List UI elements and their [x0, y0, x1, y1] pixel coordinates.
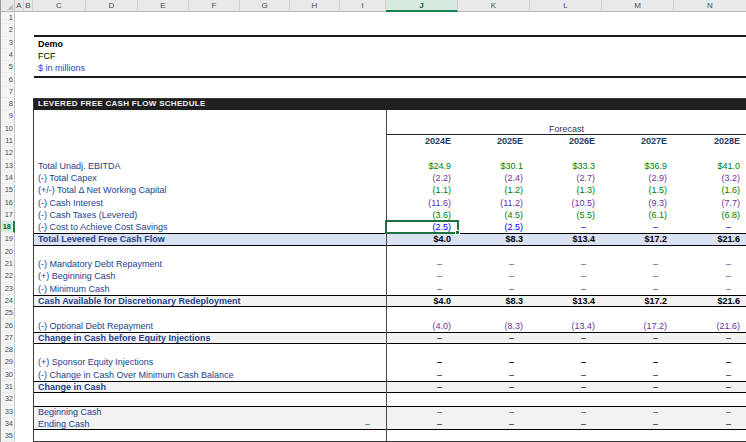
row-label-cell[interactable]: (+) Beginning Cash	[38, 270, 384, 282]
value-cell[interactable]: –	[386, 369, 458, 381]
value-cell[interactable]: $24.9	[386, 160, 458, 172]
year-header-cell[interactable]: 2026E	[530, 135, 602, 147]
value-cell[interactable]: (6.1)	[602, 209, 674, 221]
value-cell[interactable]: –	[530, 283, 602, 295]
value-cell[interactable]: (21.6)	[674, 320, 746, 332]
row-label-cell[interactable]: (-) Optional Debt Repayment	[38, 320, 384, 332]
row-header-31[interactable]: 31	[1, 381, 15, 393]
value-cell[interactable]: –	[674, 369, 746, 381]
value-cell[interactable]: (1.6)	[674, 184, 746, 196]
value-cell[interactable]: $8.3	[458, 233, 530, 245]
row-header-24[interactable]: 24	[1, 295, 15, 307]
value-cell[interactable]: –	[602, 221, 674, 233]
row-label-cell[interactable]: Beginning Cash	[38, 406, 384, 418]
value-cell[interactable]: –	[458, 270, 530, 282]
row-label-cell[interactable]: Ending Cash	[38, 418, 384, 430]
value-cell[interactable]: –	[530, 332, 602, 344]
row-label-cell[interactable]: Change in Cash	[38, 381, 384, 393]
value-cell[interactable]: (2.9)	[602, 172, 674, 184]
value-cell[interactable]: $4.0	[386, 295, 458, 307]
value-cell[interactable]: –	[458, 258, 530, 270]
year-header-cell[interactable]: 2027E	[602, 135, 674, 147]
value-cell[interactable]: –	[530, 270, 602, 282]
row-label-cell[interactable]: (-) Cash Taxes (Levered)	[38, 209, 384, 221]
value-cell[interactable]: –	[530, 356, 602, 368]
value-cell[interactable]: –	[386, 270, 458, 282]
value-cell[interactable]: (3.6)	[386, 209, 458, 221]
value-cell[interactable]: –	[602, 381, 674, 393]
value-cell[interactable]: –	[458, 369, 530, 381]
year-header-cell[interactable]: 2024E	[386, 135, 458, 147]
row-label-cell[interactable]: Cash Available for Discretionary Redeplo…	[38, 295, 384, 307]
row-header-21[interactable]: 21	[1, 258, 15, 270]
row-header-18[interactable]: 18	[1, 221, 15, 233]
value-cell[interactable]: (8.3)	[458, 320, 530, 332]
value-cell[interactable]: (1.3)	[530, 184, 602, 196]
row-header-19[interactable]: 19	[1, 233, 15, 245]
row-header-3[interactable]: 3	[1, 37, 15, 49]
company-name-cell[interactable]: Demo	[34, 38, 746, 50]
row-header-13[interactable]: 13	[1, 160, 15, 172]
column-header-B[interactable]: B	[24, 0, 33, 12]
column-header-I[interactable]: I	[340, 0, 386, 12]
row-header-35[interactable]: 35	[1, 430, 15, 442]
value-cell[interactable]: (1.2)	[458, 184, 530, 196]
row-label-cell[interactable]: Total Unadj. EBITDA	[38, 160, 384, 172]
value-cell[interactable]: $13.4	[530, 295, 602, 307]
value-cell[interactable]: $21.6	[674, 295, 746, 307]
year-header-cell[interactable]: 2025E	[458, 135, 530, 147]
value-cell[interactable]: –	[386, 283, 458, 295]
value-cell[interactable]: (11.2)	[458, 197, 530, 209]
row-label-cell[interactable]: (-) Mandatory Debt Repayment	[38, 258, 384, 270]
value-cell[interactable]: $36.9	[602, 160, 674, 172]
value-cell[interactable]: –	[458, 406, 530, 418]
value-cell[interactable]: –	[386, 332, 458, 344]
column-header-N[interactable]: N	[674, 0, 746, 12]
year-header-cell[interactable]: 2028E	[674, 135, 746, 147]
value-cell[interactable]: $41.0	[674, 160, 746, 172]
row-header-17[interactable]: 17	[1, 209, 15, 221]
column-header-A[interactable]: A	[15, 0, 24, 12]
column-header-G[interactable]: G	[240, 0, 290, 12]
section-header-bar[interactable]: LEVERED FREE CASH FLOW SCHEDULE	[34, 98, 746, 110]
value-cell[interactable]: –	[602, 418, 674, 430]
row-header-11[interactable]: 11	[1, 135, 15, 147]
value-cell[interactable]: –	[530, 406, 602, 418]
row-header-34[interactable]: 34	[1, 418, 15, 430]
value-cell[interactable]: –	[386, 381, 458, 393]
value-cell[interactable]: –	[530, 221, 602, 233]
value-cell[interactable]: (13.4)	[530, 320, 602, 332]
value-cell[interactable]: (7.7)	[674, 197, 746, 209]
row-header-15[interactable]: 15	[1, 184, 15, 196]
value-cell[interactable]: –	[458, 332, 530, 344]
value-cell[interactable]: (1.1)	[386, 184, 458, 196]
column-header-J[interactable]: J	[386, 0, 458, 12]
value-cell[interactable]: (10.5)	[530, 197, 602, 209]
value-cell[interactable]: $13.4	[530, 233, 602, 245]
value-cell[interactable]: –	[674, 381, 746, 393]
value-cell[interactable]: –	[386, 406, 458, 418]
row-header-16[interactable]: 16	[1, 197, 15, 209]
row-label-cell[interactable]: (-) Cost to Achieve Cost Savings	[38, 221, 384, 233]
row-header-20[interactable]: 20	[1, 246, 15, 258]
row-header-29[interactable]: 29	[1, 356, 15, 368]
value-cell[interactable]: $33.3	[530, 160, 602, 172]
row-header-12[interactable]: 12	[1, 147, 15, 159]
row-header-22[interactable]: 22	[1, 270, 15, 282]
value-cell[interactable]: (4.5)	[458, 209, 530, 221]
value-cell[interactable]: $8.3	[458, 295, 530, 307]
row-label-cell[interactable]: (-) Minimum Cash	[38, 283, 384, 295]
row-label-cell[interactable]: (-) Total Capex	[38, 172, 384, 184]
value-cell[interactable]: –	[674, 221, 746, 233]
value-cell[interactable]: (2.2)	[386, 172, 458, 184]
row-label-cell[interactable]: (+/-) Total Δ Net Working Capital	[38, 184, 384, 196]
value-cell[interactable]: (11.6)	[386, 197, 458, 209]
value-cell[interactable]: –	[602, 356, 674, 368]
value-cell[interactable]: –	[674, 406, 746, 418]
value-cell[interactable]: $4.0	[386, 233, 458, 245]
value-cell[interactable]: $17.2	[602, 233, 674, 245]
value-cell[interactable]: –	[602, 258, 674, 270]
row-header-33[interactable]: 33	[1, 406, 15, 418]
row-label-cell[interactable]: Change in Cash before Equity Injections	[38, 332, 384, 344]
row-header-2[interactable]: 2	[1, 24, 15, 36]
